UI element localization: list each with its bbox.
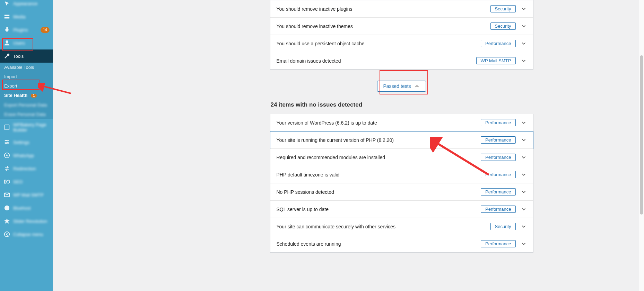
health-check-title: Email domain issues detected (277, 58, 341, 64)
seo-icon (3, 178, 10, 185)
sidebar-item-tools[interactable]: Tools (0, 49, 53, 63)
sidebar-item-settings[interactable]: Settings (0, 136, 53, 149)
sub-available-tools[interactable]: Available Tools (0, 63, 53, 72)
svg-rect-3 (5, 125, 9, 130)
chevron-down-icon (521, 206, 527, 212)
main-scroll-area[interactable]: You should remove inactive pluginsSecuri… (53, 0, 639, 291)
health-check-title: You should use a persistent object cache (277, 41, 365, 46)
sub-import[interactable]: Import (0, 72, 53, 81)
passed-tests-toggle[interactable]: Passed tests (377, 81, 426, 92)
sub-erase-pd[interactable]: Erase Personal Data (0, 110, 53, 119)
health-check-row[interactable]: You should use a persistent object cache… (270, 35, 533, 52)
sidebar-item-generic[interactable]: Media (0, 10, 53, 23)
chevron-down-icon (521, 241, 527, 247)
svg-rect-0 (5, 15, 9, 16)
health-check-row[interactable]: Your site can communicate securely with … (270, 218, 533, 235)
dash-icon (3, 13, 10, 20)
sidebar-item-generic[interactable]: Bluehost (0, 201, 53, 215)
health-check-row[interactable]: PHP default timezone is validPerformance (270, 166, 533, 183)
health-check-row[interactable]: SQL server is up to datePerformance (270, 201, 533, 218)
chevron-down-icon (521, 137, 527, 143)
chevron-down-icon (521, 189, 527, 195)
brand-icon (3, 204, 10, 211)
health-check-title: No PHP sessions detected (277, 189, 334, 195)
sub-export[interactable]: Export (0, 81, 53, 91)
sidebar-item-generic[interactable]: Slider Revolution (0, 215, 53, 228)
health-check-title: PHP default timezone is valid (277, 172, 340, 178)
svg-point-9 (7, 180, 10, 183)
svg-point-6 (6, 143, 7, 145)
health-check-row[interactable]: Your site is running the current version… (270, 131, 533, 149)
category-badge: Security (490, 5, 516, 12)
plug-icon (3, 26, 10, 33)
chevron-down-icon (521, 6, 527, 12)
category-badge: Performance (481, 171, 515, 178)
health-check-title: You should remove inactive plugins (277, 6, 353, 12)
sidebar-item-generic[interactable]: Appearance (0, 0, 53, 10)
admin-sidebar: Appearance Media Plugins 14 Users Tools … (0, 0, 53, 291)
recommended-improvements-panel: You should remove inactive pluginsSecuri… (270, 0, 533, 70)
health-check-row[interactable]: Required and recommended modules are ins… (270, 149, 533, 166)
passed-tests-label: Passed tests (383, 83, 411, 89)
health-check-title: Your version of WordPress (6.6.2) is up … (277, 120, 377, 126)
health-check-row[interactable]: You should remove inactive pluginsSecuri… (270, 0, 533, 18)
health-check-title: Required and recommended modules are ins… (277, 155, 385, 160)
sidebar-lower: WPBakery Page Builder Settings WhatsApp … (0, 119, 53, 241)
star-icon (3, 218, 10, 225)
chevron-down-icon (521, 172, 527, 178)
sub-site-health[interactable]: Site Health 1 (0, 91, 53, 100)
plugins-count-badge: 14 (41, 27, 50, 33)
sidebar-item-wpmailsmtp[interactable]: WP Mail SMTP (0, 188, 53, 201)
user-icon (3, 39, 10, 46)
scrollbar-thumb[interactable] (640, 55, 643, 215)
category-badge: Performance (481, 40, 515, 47)
chevron-down-icon (521, 120, 527, 126)
category-badge: Security (490, 22, 516, 30)
collapse-icon (3, 231, 10, 238)
health-check-row[interactable]: Scheduled events are runningPerformance (270, 235, 533, 252)
health-check-row[interactable]: Your version of WordPress (6.6.2) is up … (270, 114, 533, 131)
sidebar-item-collapse[interactable]: Collapse menu (0, 228, 53, 241)
sidebar-item-generic[interactable]: WPBakery Page Builder (0, 119, 53, 136)
health-check-row[interactable]: You should remove inactive themesSecurit… (270, 18, 533, 35)
svg-point-12 (5, 232, 9, 237)
category-badge: Performance (481, 136, 515, 144)
sidebar-item-label: Tools (13, 54, 50, 59)
sidebar-item-plugins[interactable]: Plugins 14 (0, 23, 53, 36)
sliders-icon (3, 139, 10, 146)
sidebar-upper: Appearance Media Plugins 14 Users (0, 0, 53, 49)
svg-point-5 (7, 142, 9, 143)
wrench-icon (3, 53, 10, 60)
chevron-down-icon (521, 58, 527, 64)
svg-rect-8 (5, 180, 6, 183)
health-check-title: Your site can communicate securely with … (277, 224, 395, 229)
svg-point-4 (6, 140, 7, 142)
health-check-row[interactable]: Email domain issues detectedWP Mail SMTP (270, 52, 533, 69)
health-check-title: SQL server is up to date (277, 207, 329, 212)
category-badge: Performance (481, 119, 515, 126)
svg-point-2 (6, 40, 8, 43)
svg-rect-1 (5, 17, 9, 19)
tools-submenu: Available Tools Import Export Site Healt… (0, 63, 53, 119)
chevron-up-icon (414, 83, 420, 89)
site-health-content: You should remove inactive pluginsSecuri… (270, 0, 533, 277)
page-scrollbar[interactable] (639, 0, 644, 291)
health-check-row[interactable]: No PHP sessions detectedPerformance (270, 183, 533, 201)
sidebar-item-generic[interactable]: Redirection (0, 162, 53, 175)
category-badge: Performance (481, 188, 515, 195)
sub-export-pd[interactable]: Export Personal Data (0, 100, 53, 110)
site-health-count-badge: 1 (31, 94, 37, 98)
sidebar-item-generic[interactable]: SEO (0, 175, 53, 188)
sidebar-item-label: Plugins (13, 27, 38, 33)
appearance-icon (3, 0, 10, 7)
redirect-icon (3, 165, 10, 172)
chevron-down-icon (521, 154, 527, 161)
sidebar-item-users[interactable]: Users (0, 36, 53, 49)
sidebar-item-label: Media (13, 14, 50, 19)
category-badge: Security (490, 223, 516, 230)
whatsapp-icon (3, 152, 10, 159)
page-icon (3, 124, 10, 131)
chevron-down-icon (521, 224, 527, 230)
sidebar-item-generic[interactable]: WhatsApp (0, 149, 53, 162)
sidebar-item-label: Appearance (13, 1, 50, 6)
